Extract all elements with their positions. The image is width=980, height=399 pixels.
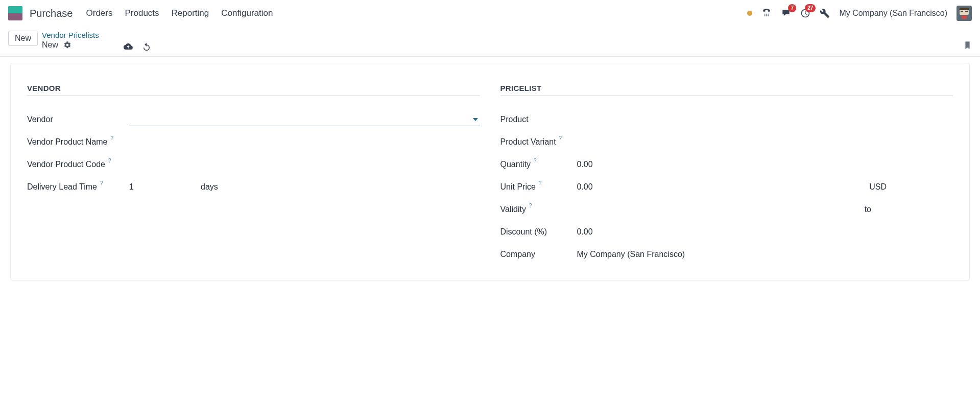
app-title[interactable]: Purchase [30, 8, 73, 19]
help-icon[interactable]: ? [529, 203, 532, 208]
vendor-input[interactable] [129, 113, 480, 126]
discount-label: Discount (%) [500, 227, 577, 237]
unit-price-label: Unit Price ? [500, 182, 577, 192]
product-variant-row: Product Variant ? [500, 131, 953, 153]
svg-rect-4 [767, 15, 768, 16]
new-button[interactable]: New [8, 31, 38, 46]
validity-row: Validity ? to [500, 198, 953, 221]
discount-input[interactable] [577, 227, 638, 237]
help-icon[interactable]: ? [534, 158, 537, 163]
svg-rect-10 [960, 8, 969, 10]
validity-to-label: to [865, 205, 953, 214]
company-selector[interactable]: My Company (San Francisco) [839, 9, 947, 18]
vendor-product-name-label: Vendor Product Name ? [27, 137, 129, 147]
svg-rect-5 [768, 15, 769, 16]
company-row: Company My Company (San Francisco) [500, 243, 953, 266]
messages-icon[interactable]: 7 [781, 8, 791, 18]
quantity-input[interactable] [577, 160, 638, 169]
product-variant-label: Product Variant ? [500, 137, 577, 147]
activities-icon[interactable]: 27 [800, 8, 810, 18]
top-navbar: Purchase Orders Products Reporting Confi… [0, 0, 980, 27]
vendor-product-code-label: Vendor Product Code ? [27, 160, 129, 169]
svg-rect-1 [767, 14, 768, 15]
app-logo[interactable] [8, 6, 22, 20]
phone-icon[interactable] [761, 8, 772, 18]
help-icon[interactable]: ? [110, 135, 113, 141]
delivery-lead-time-label: Delivery Lead Time ? [27, 182, 129, 192]
pricelist-section-title: PRICELIST [500, 84, 953, 96]
vendor-product-code-label-text: Vendor Product Code [27, 160, 105, 169]
cloud-save-icon[interactable] [124, 42, 133, 51]
product-label: Product [500, 115, 577, 124]
validity-label-text: Validity [500, 205, 526, 214]
unit-price-row: Unit Price ? USD [500, 176, 953, 198]
unit-price-input[interactable] [577, 182, 638, 192]
company-label: Company [500, 250, 577, 259]
vendor-field-row: Vendor [27, 108, 480, 131]
vendor-product-name-label-text: Vendor Product Name [27, 137, 107, 147]
gear-icon[interactable] [63, 41, 71, 49]
topnav-right: 7 27 My Company (San Francisco) [747, 6, 972, 21]
discount-row: Discount (%) [500, 221, 953, 243]
vendor-product-code-row: Vendor Product Code ? [27, 153, 480, 176]
bookmark-icon[interactable] [963, 40, 972, 51]
quantity-label-text: Quantity [500, 160, 531, 169]
svg-rect-0 [764, 14, 766, 15]
pricelist-section: PRICELIST Product Product Variant ? Quan… [500, 84, 953, 266]
lead-time-unit: days [201, 182, 218, 192]
breadcrumb-parent-link[interactable]: Vendor Pricelists [42, 31, 99, 39]
nav-item-orders[interactable]: Orders [86, 8, 113, 18]
debug-icon[interactable] [820, 8, 830, 18]
delivery-lead-time-label-text: Delivery Lead Time [27, 182, 97, 192]
help-icon[interactable]: ? [108, 158, 111, 163]
delivery-lead-time-input[interactable] [129, 182, 190, 192]
product-variant-label-text: Product Variant [500, 137, 556, 147]
quantity-row: Quantity ? [500, 153, 953, 176]
connection-status-dot [747, 11, 752, 16]
delivery-lead-time-row: Delivery Lead Time ? days [27, 176, 480, 198]
vendor-section: VENDOR Vendor Vendor Product Name ? [27, 84, 480, 266]
validity-label: Validity ? [500, 205, 577, 214]
breadcrumb: Vendor Pricelists New [42, 31, 99, 50]
user-avatar[interactable] [957, 6, 972, 21]
svg-rect-9 [965, 11, 968, 12]
nav-item-reporting[interactable]: Reporting [172, 8, 209, 18]
currency-label[interactable]: USD [869, 182, 953, 192]
discard-icon[interactable] [142, 42, 151, 51]
help-icon[interactable]: ? [539, 180, 542, 186]
help-icon[interactable]: ? [100, 180, 103, 186]
quantity-label: Quantity ? [500, 160, 577, 169]
svg-rect-11 [962, 16, 967, 19]
control-bar: New Vendor Pricelists New [0, 27, 980, 57]
nav-item-products[interactable]: Products [125, 8, 159, 18]
company-value[interactable]: My Company (San Francisco) [577, 250, 685, 259]
unit-price-label-text: Unit Price [500, 182, 536, 192]
activities-badge: 27 [805, 4, 816, 12]
nav-menu: Orders Products Reporting Configuration [86, 8, 273, 18]
nav-item-configuration[interactable]: Configuration [221, 8, 273, 18]
breadcrumb-current: New [42, 40, 58, 50]
form-sheet: VENDOR Vendor Vendor Product Name ? [10, 63, 970, 280]
svg-rect-3 [764, 15, 766, 16]
save-status-icons [124, 42, 151, 51]
vendor-label: Vendor [27, 115, 129, 124]
vendor-product-name-row: Vendor Product Name ? [27, 131, 480, 153]
product-row: Product [500, 108, 953, 131]
svg-rect-8 [961, 11, 963, 12]
help-icon[interactable]: ? [559, 135, 562, 141]
svg-rect-2 [768, 14, 769, 15]
messages-badge: 7 [788, 4, 796, 12]
vendor-section-title: VENDOR [27, 84, 480, 96]
